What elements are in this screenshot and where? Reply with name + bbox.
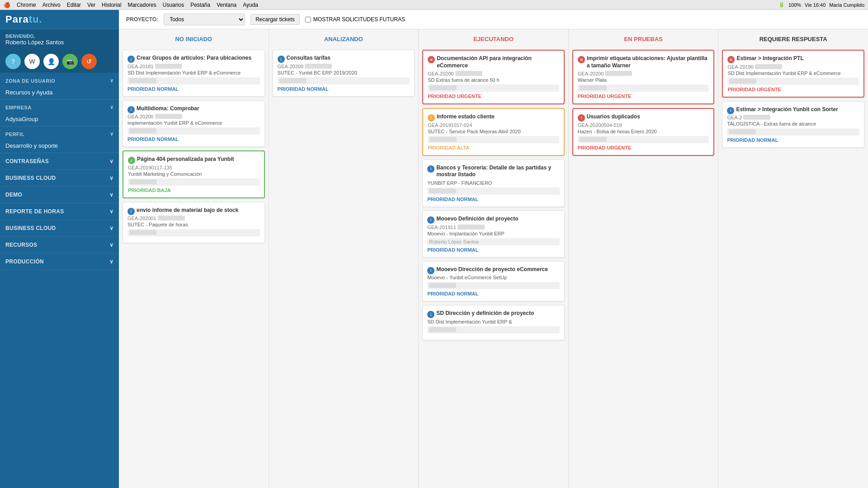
kanban-card[interactable]: !Informe estado clienteGEA-20191017-024S… bbox=[422, 108, 565, 156]
menu-ayuda[interactable]: Ayuda bbox=[243, 2, 258, 8]
card-priority: PRIORIDAD NORMAL bbox=[427, 291, 560, 296]
menu-pestana[interactable]: Pestaña bbox=[190, 2, 210, 8]
menu-archivo[interactable]: Archivo bbox=[42, 2, 61, 8]
card-id: GEA-20181 bbox=[127, 64, 260, 69]
empresa-section: EMPRESA ∨ AdysaGroup bbox=[0, 100, 119, 127]
card-type-icon: i bbox=[278, 56, 285, 63]
sidebar-item-produccion[interactable]: PRODUCCIÓN ∨ bbox=[0, 253, 119, 270]
zona-value: Recursos y Ayuda bbox=[0, 88, 119, 99]
kanban-card[interactable]: iMooevo Dirección de proyecto eCommerceM… bbox=[422, 261, 565, 302]
sidebar-item-business-cloud-1[interactable]: BUSINESS CLOUD ∨ bbox=[0, 170, 119, 187]
card-id: GEA-20190 bbox=[727, 64, 859, 70]
card-id-blurred bbox=[305, 64, 332, 69]
card-project: TALOGÍSTICA - Extras fuera de alcance bbox=[727, 121, 859, 127]
card-user bbox=[427, 282, 560, 289]
kanban-card[interactable]: iEstimar > Integración Yunbit con Sorter… bbox=[722, 101, 864, 148]
card-priority: PRIORIDAD NORMAL bbox=[727, 137, 859, 143]
card-type-icon: i bbox=[427, 165, 434, 173]
card-user bbox=[727, 78, 859, 85]
card-user bbox=[428, 136, 559, 143]
card-project: SD Dist Implementación Yunbit ERP & eCom… bbox=[127, 70, 260, 75]
card-header: !Usuarios duplicados bbox=[578, 113, 709, 122]
apple-menu[interactable]: 🍎 bbox=[4, 2, 10, 8]
menu-marcadores[interactable]: Marcadores bbox=[127, 2, 156, 8]
sidebar-item-reporte-horas[interactable]: REPORTE DE HORAS ∨ bbox=[0, 203, 119, 220]
kanban-card[interactable]: iCrear Grupos de artículos: Para ubicaci… bbox=[123, 50, 265, 97]
card-project: Warner Plata bbox=[578, 77, 709, 83]
sidebar-item-recursos[interactable]: RECURSOS ∨ bbox=[0, 237, 119, 253]
kanban-card[interactable]: iConsultas tarifasGEA-20200 SUTEC - Yunb… bbox=[273, 50, 415, 97]
kanban-card[interactable]: ienvio informe de material bajo de stock… bbox=[123, 202, 265, 244]
menu-usuarios[interactable]: Usuarios bbox=[163, 2, 184, 8]
kanban-column-ejecutando: EJECUTANDO✕Documentación API para integr… bbox=[419, 29, 569, 488]
kanban-card[interactable]: iSD Dirección y definición de proyectoSD… bbox=[422, 305, 565, 340]
nav-label-recursos: RECURSOS bbox=[5, 242, 37, 248]
zona-label: ZONA DE USUARIO bbox=[5, 78, 55, 84]
card-priority: PRIORIDAD URGENTE bbox=[578, 145, 709, 150]
kanban-card[interactable]: ✓Página 404 personalizada para YunbitGEA… bbox=[123, 150, 265, 198]
card-project: SD Dist Implementación Yunbit ERP & bbox=[427, 319, 560, 324]
kanban-card[interactable]: iMultiidioma: ComprobarGEA-20200 impleme… bbox=[123, 100, 265, 147]
zona-header[interactable]: ZONA DE USUARIO ∨ bbox=[0, 73, 119, 88]
kanban-card[interactable]: iBancos y Tesorería: Detalle de las part… bbox=[422, 160, 565, 207]
wiki-icon-btn[interactable]: W bbox=[24, 54, 40, 69]
help-icon-btn[interactable]: ? bbox=[5, 54, 21, 69]
card-user bbox=[127, 77, 260, 84]
sidebar-item-contrasenas[interactable]: CONTRASEÑAS ∨ bbox=[0, 153, 119, 170]
nav-label-demo: DEMO bbox=[5, 192, 22, 198]
camera-icon-btn[interactable]: 📷 bbox=[62, 54, 78, 69]
card-project: SUTEC - Paquete de horas bbox=[127, 222, 260, 227]
kanban-column-requiere-respuesta: REQUIERE RESPUESTA✕Estimar > Integración… bbox=[718, 29, 868, 488]
mostrar-futuras-checkbox[interactable] bbox=[305, 17, 311, 23]
card-title: Mooevo Definición del proyecto bbox=[436, 216, 518, 223]
sidebar-icons-row: ? W 👤 📷 ↺ bbox=[0, 50, 119, 73]
clock: Vie 16:40 bbox=[805, 2, 826, 8]
proyecto-select[interactable]: Todos bbox=[164, 14, 245, 25]
username-text: Roberto López Santos bbox=[5, 39, 113, 46]
kanban-card[interactable]: iMooevo Definición del proyectoGEA-20191… bbox=[422, 211, 565, 258]
card-project: SUTEC - Yunbit BC ERP 2019/2020 bbox=[278, 70, 410, 75]
card-type-icon: ✕ bbox=[578, 56, 585, 63]
menu-ventana[interactable]: Ventana bbox=[217, 2, 236, 8]
kanban-card[interactable]: ✕Documentación API para integración eCom… bbox=[422, 50, 565, 104]
nav-chevron-1: ∨ bbox=[109, 175, 113, 181]
card-id: GEA-20200 bbox=[428, 71, 559, 76]
user-icon-btn[interactable]: 👤 bbox=[43, 54, 59, 69]
kanban-card[interactable]: ✕Imprimir etiqueta ubicaciones: Ajustar … bbox=[572, 50, 715, 104]
card-user-blurred bbox=[279, 78, 307, 83]
sidebar-logo: Paratu. bbox=[0, 10, 119, 29]
nav-chevron-0: ∨ bbox=[109, 158, 113, 164]
kanban-card[interactable]: !Usuarios duplicadosGEA-20200504-019Haze… bbox=[572, 108, 715, 156]
menu-ver[interactable]: Ver bbox=[87, 2, 95, 8]
card-id-blurred bbox=[755, 64, 782, 69]
nav-label-contrasenas: CONTRASEÑAS bbox=[5, 158, 49, 164]
app-name[interactable]: Chrome bbox=[17, 2, 36, 8]
card-user-blurred bbox=[429, 327, 456, 332]
sidebar-item-demo[interactable]: DEMO ∨ bbox=[0, 187, 119, 203]
sidebar-item-business-cloud-2[interactable]: BUSINESS CLOUD ∨ bbox=[0, 220, 119, 237]
card-user-blurred bbox=[429, 283, 456, 288]
nav-chevron-4: ∨ bbox=[109, 225, 113, 231]
card-header: iMultiidioma: Comprobar bbox=[127, 105, 260, 114]
card-id-blurred bbox=[458, 225, 485, 230]
card-id-blurred bbox=[155, 64, 182, 69]
user-section: BIENVENIDO, Roberto López Santos bbox=[0, 29, 119, 50]
refresh-icon-btn[interactable]: ↺ bbox=[81, 54, 97, 69]
card-title: SD Dirección y definición de proyecto bbox=[436, 310, 534, 317]
nav-chevron-2: ∨ bbox=[109, 192, 113, 198]
card-id: GEA-20190117-135 bbox=[128, 165, 259, 170]
card-project: YUNBIT ERP - FINANCIERO bbox=[427, 180, 560, 186]
welcome-label: BIENVENIDO, bbox=[5, 34, 113, 39]
kanban-card[interactable]: ✕Estimar > Integración PTLGEA-20190 SD D… bbox=[722, 50, 864, 98]
card-id: GEA-20191017-024 bbox=[428, 122, 559, 128]
main-content: PROYECTO: Todos Recargar tickets MOSTRAR… bbox=[119, 10, 868, 488]
card-id: GEA-2 bbox=[727, 115, 859, 120]
menu-editar[interactable]: Editar bbox=[67, 2, 81, 8]
proyecto-label: PROYECTO: bbox=[126, 16, 158, 23]
card-title: Crear Grupos de artículos: Para ubicacio… bbox=[137, 55, 251, 62]
reload-tickets-button[interactable]: Recargar tickets bbox=[250, 14, 300, 25]
menu-historial[interactable]: Historial bbox=[102, 2, 121, 8]
empresa-header[interactable]: EMPRESA ∨ bbox=[0, 100, 119, 115]
perfil-header[interactable]: PERFIL ∨ bbox=[0, 127, 119, 141]
perfil-value: Desarrollo y soporte bbox=[0, 141, 119, 153]
